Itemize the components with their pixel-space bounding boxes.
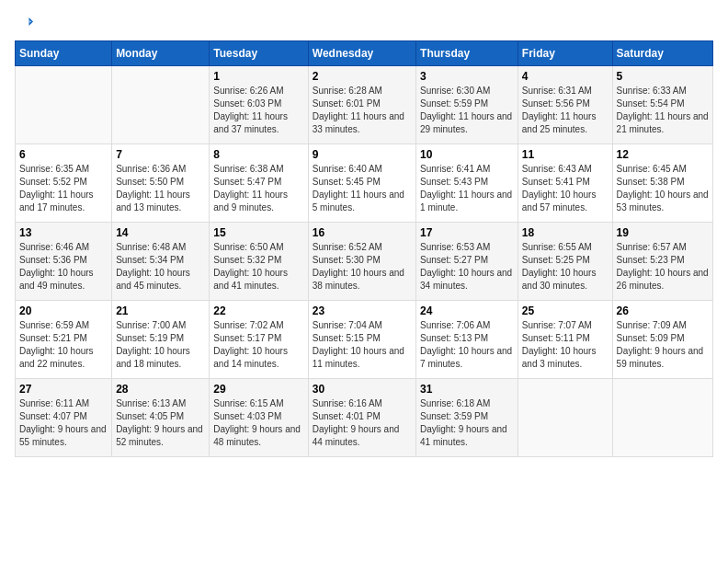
daylight-text: Daylight: 11 hours and 25 minutes.: [522, 110, 609, 136]
sunrise-text: Sunrise: 6:48 AM: [116, 241, 205, 254]
daylight-text: Daylight: 10 hours and 30 minutes.: [522, 267, 609, 293]
weekday-header-tuesday: Tuesday: [210, 41, 308, 66]
weekday-header-monday: Monday: [112, 41, 210, 66]
day-number: 30: [313, 383, 412, 396]
sunset-text: Sunset: 5:45 PM: [313, 176, 412, 189]
daylight-text: Daylight: 9 hours and 44 minutes.: [313, 423, 412, 449]
sunset-text: Sunset: 5:56 PM: [522, 98, 609, 110]
sunrise-text: Sunrise: 6:53 AM: [420, 241, 514, 254]
sunset-text: Sunset: 5:17 PM: [213, 332, 303, 345]
calendar-week-row: 27Sunrise: 6:11 AMSunset: 4:07 PMDayligh…: [16, 379, 713, 457]
calendar-cell: 9Sunrise: 6:40 AMSunset: 5:45 PMDaylight…: [308, 144, 415, 223]
calendar-header-row: SundayMondayTuesdayWednesdayThursdayFrid…: [16, 41, 713, 66]
sunset-text: Sunset: 4:07 PM: [19, 410, 108, 423]
sunrise-text: Sunrise: 6:50 AM: [213, 241, 303, 254]
calendar-table: SundayMondayTuesdayWednesdayThursdayFrid…: [15, 40, 713, 457]
sunrise-text: Sunrise: 6:31 AM: [522, 85, 609, 98]
sunset-text: Sunset: 5:25 PM: [522, 254, 609, 267]
sunset-text: Sunset: 5:50 PM: [116, 176, 205, 189]
sunrise-text: Sunrise: 6:41 AM: [420, 163, 514, 176]
day-number: 21: [116, 304, 205, 317]
day-info: Sunrise: 6:11 AMSunset: 4:07 PMDaylight:…: [19, 397, 108, 449]
sunrise-text: Sunrise: 6:26 AM: [213, 85, 303, 98]
calendar-cell: 17Sunrise: 6:53 AMSunset: 5:27 PMDayligh…: [416, 223, 518, 301]
day-info: Sunrise: 6:57 AMSunset: 5:23 PMDaylight:…: [617, 241, 709, 293]
calendar-cell: 13Sunrise: 6:46 AMSunset: 5:36 PMDayligh…: [16, 223, 112, 301]
daylight-text: Daylight: 11 hours and 29 minutes.: [420, 110, 514, 136]
daylight-text: Daylight: 11 hours and 37 minutes.: [213, 110, 303, 136]
calendar-cell: [112, 66, 210, 144]
calendar-cell: [518, 379, 612, 457]
daylight-text: Daylight: 11 hours and 5 minutes.: [313, 189, 412, 214]
daylight-text: Daylight: 11 hours and 21 minutes.: [617, 110, 709, 136]
sunset-text: Sunset: 5:36 PM: [19, 254, 108, 267]
sunrise-text: Sunrise: 7:07 AM: [522, 319, 609, 332]
daylight-text: Daylight: 11 hours and 33 minutes.: [313, 110, 412, 136]
sunset-text: Sunset: 6:01 PM: [313, 98, 412, 110]
calendar-cell: 24Sunrise: 7:06 AMSunset: 5:13 PMDayligh…: [416, 301, 518, 379]
sunset-text: Sunset: 3:59 PM: [420, 410, 514, 423]
day-number: 24: [420, 304, 514, 317]
sunset-text: Sunset: 5:21 PM: [19, 332, 108, 345]
day-info: Sunrise: 7:06 AMSunset: 5:13 PMDaylight:…: [420, 319, 514, 371]
calendar-cell: 3Sunrise: 6:30 AMSunset: 5:59 PMDaylight…: [416, 66, 518, 144]
day-number: 12: [617, 148, 709, 161]
page-header: [15, 15, 713, 31]
day-info: Sunrise: 6:26 AMSunset: 6:03 PMDaylight:…: [213, 85, 303, 136]
day-number: 26: [617, 304, 709, 317]
calendar-cell: 26Sunrise: 7:09 AMSunset: 5:09 PMDayligh…: [612, 301, 712, 379]
day-info: Sunrise: 6:40 AMSunset: 5:45 PMDaylight:…: [313, 163, 412, 214]
calendar-cell: 18Sunrise: 6:55 AMSunset: 5:25 PMDayligh…: [518, 223, 612, 301]
day-info: Sunrise: 6:16 AMSunset: 4:01 PMDaylight:…: [313, 397, 412, 449]
sunset-text: Sunset: 5:59 PM: [420, 98, 514, 110]
sunset-text: Sunset: 5:11 PM: [522, 332, 609, 345]
day-number: 3: [420, 70, 514, 83]
daylight-text: Daylight: 10 hours and 3 minutes.: [522, 345, 609, 371]
sunset-text: Sunset: 5:47 PM: [213, 176, 303, 189]
weekday-header-thursday: Thursday: [416, 41, 518, 66]
daylight-text: Daylight: 10 hours and 11 minutes.: [313, 345, 412, 371]
day-number: 15: [213, 226, 303, 239]
sunrise-text: Sunrise: 6:55 AM: [522, 241, 609, 254]
day-number: 14: [116, 226, 205, 239]
weekday-header-wednesday: Wednesday: [308, 41, 415, 66]
daylight-text: Daylight: 10 hours and 14 minutes.: [213, 345, 303, 371]
daylight-text: Daylight: 9 hours and 55 minutes.: [19, 423, 108, 449]
day-info: Sunrise: 6:15 AMSunset: 4:03 PMDaylight:…: [213, 397, 303, 449]
calendar-week-row: 6Sunrise: 6:35 AMSunset: 5:52 PMDaylight…: [16, 144, 713, 223]
sunrise-text: Sunrise: 6:36 AM: [116, 163, 205, 176]
day-info: Sunrise: 6:31 AMSunset: 5:56 PMDaylight:…: [522, 85, 609, 136]
daylight-text: Daylight: 10 hours and 26 minutes.: [617, 267, 709, 293]
sunrise-text: Sunrise: 6:46 AM: [19, 241, 108, 254]
day-info: Sunrise: 6:33 AMSunset: 5:54 PMDaylight:…: [617, 85, 709, 136]
sunrise-text: Sunrise: 6:28 AM: [313, 85, 412, 98]
daylight-text: Daylight: 9 hours and 41 minutes.: [420, 423, 514, 449]
calendar-cell: 1Sunrise: 6:26 AMSunset: 6:03 PMDaylight…: [210, 66, 308, 144]
sunset-text: Sunset: 5:34 PM: [116, 254, 205, 267]
day-info: Sunrise: 7:02 AMSunset: 5:17 PMDaylight:…: [213, 319, 303, 371]
sunrise-text: Sunrise: 7:00 AM: [116, 319, 205, 332]
daylight-text: Daylight: 10 hours and 34 minutes.: [420, 267, 514, 293]
sunset-text: Sunset: 5:52 PM: [19, 176, 108, 189]
day-number: 11: [522, 148, 609, 161]
calendar-cell: 14Sunrise: 6:48 AMSunset: 5:34 PMDayligh…: [112, 223, 210, 301]
day-info: Sunrise: 6:36 AMSunset: 5:50 PMDaylight:…: [116, 163, 205, 214]
day-info: Sunrise: 6:28 AMSunset: 6:01 PMDaylight:…: [313, 85, 412, 136]
sunset-text: Sunset: 5:32 PM: [213, 254, 303, 267]
sunrise-text: Sunrise: 7:09 AM: [617, 319, 709, 332]
calendar-cell: [16, 66, 112, 144]
day-info: Sunrise: 6:45 AMSunset: 5:38 PMDaylight:…: [617, 163, 709, 214]
day-number: 8: [213, 148, 303, 161]
logo: [15, 15, 33, 31]
calendar-cell: 29Sunrise: 6:15 AMSunset: 4:03 PMDayligh…: [210, 379, 308, 457]
sunset-text: Sunset: 6:03 PM: [213, 98, 303, 110]
day-info: Sunrise: 6:50 AMSunset: 5:32 PMDaylight:…: [213, 241, 303, 293]
sunrise-text: Sunrise: 7:02 AM: [213, 319, 303, 332]
calendar-week-row: 20Sunrise: 6:59 AMSunset: 5:21 PMDayligh…: [16, 301, 713, 379]
sunset-text: Sunset: 5:43 PM: [420, 176, 514, 189]
sunrise-text: Sunrise: 6:57 AM: [617, 241, 709, 254]
calendar-cell: 5Sunrise: 6:33 AMSunset: 5:54 PMDaylight…: [612, 66, 712, 144]
sunset-text: Sunset: 5:19 PM: [116, 332, 205, 345]
sunrise-text: Sunrise: 6:30 AM: [420, 85, 514, 98]
sunset-text: Sunset: 4:05 PM: [116, 410, 205, 423]
